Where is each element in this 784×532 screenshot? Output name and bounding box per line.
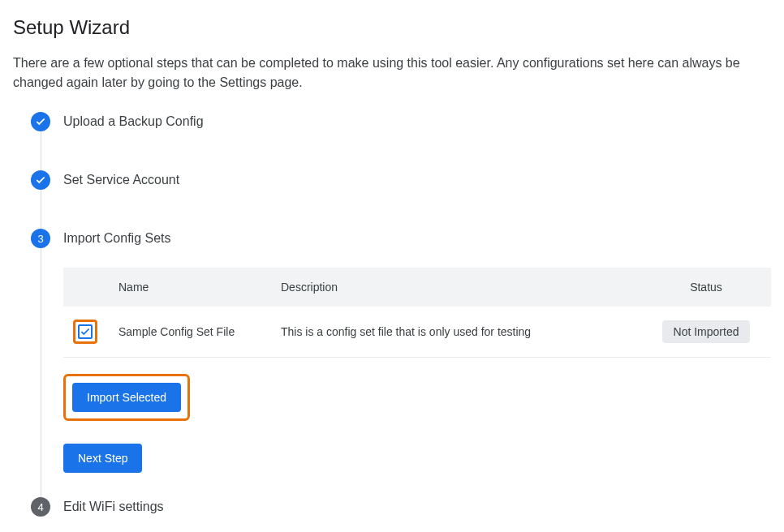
- cell-name: Sample Config Set File: [109, 307, 271, 358]
- cell-description: This is a config set file that is only u…: [271, 307, 641, 358]
- row-checkbox[interactable]: [78, 324, 93, 339]
- step-title: Set Service Account: [63, 170, 771, 190]
- step-active-icon: 3: [31, 229, 50, 248]
- step-import-config: 3 Import Config Sets Name Description St…: [29, 229, 771, 497]
- next-step-button[interactable]: Next Step: [63, 444, 142, 473]
- col-header-status: Status: [641, 268, 771, 307]
- col-header-description: Description: [271, 268, 641, 307]
- highlight-box: [73, 320, 97, 344]
- step-title: Upload a Backup Config: [63, 112, 771, 131]
- config-sets-table: Name Description Status: [63, 268, 771, 358]
- col-header-checkbox: [63, 268, 109, 307]
- status-badge: Not Imported: [662, 320, 751, 343]
- step-wifi-settings: 4 Edit WiFi settings: [29, 497, 771, 532]
- page-description: There are a few optional steps that can …: [13, 54, 760, 92]
- checkmark-icon: [80, 326, 91, 337]
- step-upload-backup: Upload a Backup Config: [29, 112, 771, 170]
- step-pending-icon: 4: [31, 497, 50, 517]
- table-row: Sample Config Set File This is a config …: [63, 307, 771, 358]
- highlight-box: Import Selected: [63, 374, 190, 421]
- page-title: Setup Wizard: [13, 16, 771, 39]
- step-done-icon: [31, 170, 50, 190]
- step-title: Import Config Sets: [63, 229, 771, 248]
- import-selected-button[interactable]: Import Selected: [72, 383, 181, 412]
- col-header-name: Name: [109, 268, 271, 307]
- step-service-account: Set Service Account: [29, 170, 771, 229]
- wizard-stepper: Upload a Backup Config Set Service Accou…: [13, 112, 771, 532]
- step-title: Edit WiFi settings: [63, 497, 771, 517]
- step-done-icon: [31, 112, 50, 131]
